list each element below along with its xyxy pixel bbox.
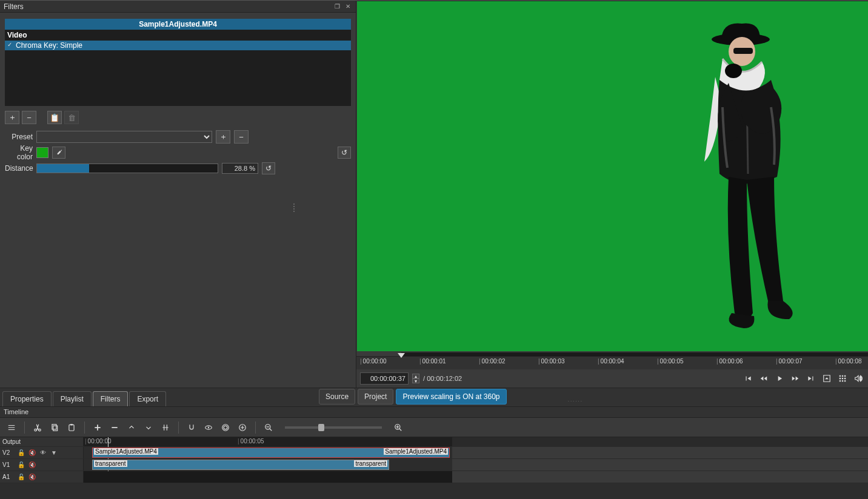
output-label: Output [2,438,21,445]
filters-panel-title: Filters [4,2,24,11]
panel-undock-icon[interactable]: ❐ [333,2,341,11]
eyedropper-button[interactable] [52,147,65,159]
key-color-reset-button[interactable]: ↺ [338,147,351,159]
distance-label: Distance [5,164,33,173]
clip-v2[interactable]: Sample1Adjusted.MP4 Sample1Adjusted.MP4 [92,448,450,458]
filter-list[interactable]: Video Chroma Key: Simple [5,30,351,106]
drag-dots-icon[interactable]: ······ [568,398,583,404]
filter-section-video: Video [5,30,351,41]
preset-add-button[interactable]: ＋ [216,130,230,144]
panel-close-icon[interactable]: ✕ [344,2,352,11]
paste-filter-button[interactable]: 🗑 [64,111,79,124]
grid-dropdown-button[interactable] [836,372,849,385]
track-v1: V1 🔓 🔇 transparent transparent [0,459,868,471]
bottom-tabs-bar: Properties Playlist Filters Export Sourc… [0,388,868,407]
zoom-in-button[interactable] [392,421,405,434]
tab-properties[interactable]: Properties [2,391,52,406]
scrub-audio-button[interactable] [202,421,215,434]
transport-bar: 00:00:00:37 ▴▾ / 00:00:12:02 [356,369,868,388]
distance-reset-button[interactable]: ↺ [262,162,275,174]
fast-forward-button[interactable] [789,372,801,385]
lock-icon[interactable]: 🔓 [17,461,25,469]
playhead-indicator[interactable] [398,353,405,358]
split-button[interactable] [159,421,172,434]
mute-icon[interactable]: 🔇 [28,449,36,457]
preset-label: Preset [5,133,33,141]
append-button[interactable] [91,421,104,434]
tab-export[interactable]: Export [129,391,166,406]
add-filter-button[interactable]: ＋ [5,111,19,124]
remove-filter-button[interactable]: − [22,111,36,124]
ruler-tick: 00:00:07 [776,358,803,365]
eye-icon[interactable]: 👁 [39,449,47,457]
svg-rect-2 [733,48,753,54]
preview-area: 00:00:00 00:00:01 00:00:02 00:00:03 00:0… [356,1,868,388]
skip-next-button[interactable] [805,372,817,385]
track-v2-body[interactable]: Sample1Adjusted.MP4 Sample1Adjusted.MP4 [84,447,868,458]
distance-value[interactable]: 28.8 % [222,163,258,174]
svg-point-5 [39,429,41,431]
zoom-dropdown-button[interactable] [821,372,833,385]
paste-clip-button[interactable] [65,421,78,434]
project-button[interactable]: Project [358,389,393,405]
tab-filters[interactable]: Filters [93,391,129,406]
copy-filter-button[interactable]: 📋 [47,111,62,124]
lift-button[interactable] [125,421,138,434]
timeline-zoom-slider[interactable] [285,426,382,429]
ruler-tick: 00:00:06 [716,358,743,365]
play-button[interactable] [773,372,786,385]
timeline-menu-button[interactable] [5,421,18,434]
tab-playlist[interactable]: Playlist [53,391,92,406]
key-color-swatch[interactable] [36,147,48,158]
copy-clip-button[interactable] [48,421,61,434]
source-button[interactable]: Source [319,389,355,405]
clip-v1[interactable]: transparent transparent [92,460,389,470]
track-a1-body[interactable] [84,471,868,483]
timecode-spinner[interactable]: ▴▾ [412,374,419,383]
preset-select[interactable] [36,131,212,143]
timeline-toolbar [0,418,868,437]
ripple-button[interactable] [219,421,232,434]
current-timecode[interactable]: 00:00:00:37 [360,372,409,385]
duration-label: / 00:00:12:02 [423,375,462,382]
track-v2: V2 🔓 🔇 👁 ▼ Sample1Adjusted.MP4 Sample1Ad… [0,447,868,459]
snap-button[interactable] [185,421,198,434]
svg-rect-8 [69,425,74,431]
distance-slider[interactable] [36,164,218,173]
filter-item-chromakey[interactable]: Chroma Key: Simple [5,41,351,50]
track-v1-body[interactable]: transparent transparent [84,459,868,471]
ruler-tick: 00:00:05 [657,358,684,365]
mute-icon[interactable]: 🔇 [28,461,36,469]
preview-video[interactable] [357,1,868,351]
timeline-panel-title: Timeline [0,407,868,418]
ruler-tick: 00:00:04 [598,358,624,365]
ruler-tick: 00:00:03 [538,358,565,365]
timeline-ruler[interactable]: 00:00:00 00:00:05 [84,437,868,446]
panel-resize-handle[interactable] [293,203,296,212]
timeline-tick: 00:00:05 [238,438,264,444]
preview-scaling-badge[interactable]: Preview scaling is ON at 360p [396,389,506,405]
preset-remove-button[interactable]: − [234,130,249,144]
track-name-v2: V2 [2,449,15,456]
ripple-delete-button[interactable] [108,421,121,434]
filters-panel: Filters ❐ ✕ Sample1Adjusted.MP4 Video Ch… [0,1,356,388]
cut-button[interactable] [31,421,44,434]
filter-track-icon[interactable]: ▼ [50,449,58,457]
key-color-row: Key color ↺ [5,145,351,160]
ripple-all-button[interactable] [236,421,249,434]
rewind-button[interactable] [758,372,770,385]
timeline-output-row: Output 00:00:00 00:00:05 [0,437,868,447]
ruler-tick: 00:00:02 [479,358,506,365]
mute-icon[interactable]: 🔇 [28,473,36,481]
zoom-out-button[interactable] [262,421,275,434]
lock-icon[interactable]: 🔓 [17,473,25,481]
preset-row: Preset ＋ − [5,129,351,145]
preview-ruler[interactable]: 00:00:00 00:00:01 00:00:02 00:00:03 00:0… [356,356,868,369]
svg-rect-9 [70,424,73,425]
overwrite-button[interactable] [142,421,155,434]
lock-icon[interactable]: 🔓 [17,449,25,457]
skip-previous-button[interactable] [742,372,754,385]
selected-clip-bar[interactable]: Sample1Adjusted.MP4 [5,19,351,30]
svg-point-12 [222,424,229,431]
volume-button[interactable] [852,372,864,385]
